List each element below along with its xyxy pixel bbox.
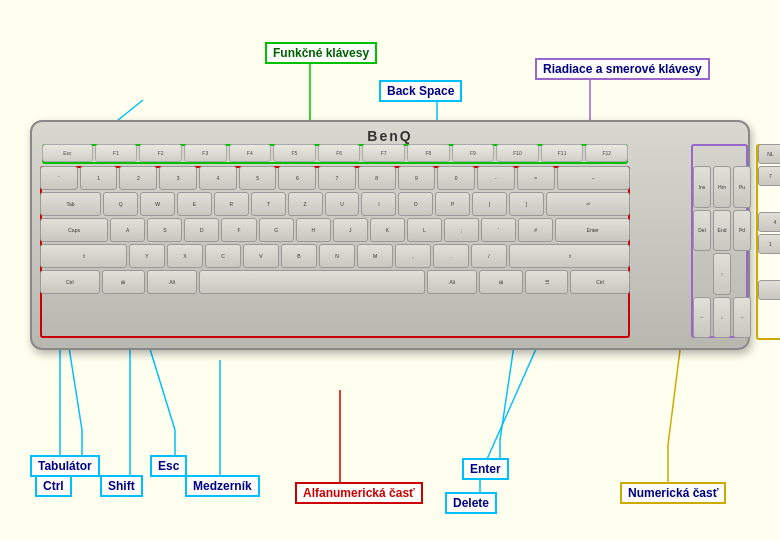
n-key[interactable]: N	[319, 244, 355, 268]
right-key[interactable]: →	[733, 297, 751, 339]
ralt-key[interactable]: Alt	[427, 270, 477, 294]
pgup-key[interactable]: Pu	[733, 166, 751, 208]
rshift-key[interactable]: ⇧	[509, 244, 630, 268]
label-shift: Shift	[100, 475, 143, 497]
1-key[interactable]: 1	[80, 166, 118, 190]
tab-key[interactable]: Tab	[40, 192, 101, 216]
f10-key[interactable]: F10	[496, 144, 539, 162]
j-key[interactable]: J	[333, 218, 368, 242]
lalt-key[interactable]: Alt	[147, 270, 197, 294]
9-key[interactable]: 9	[398, 166, 436, 190]
lctrl-key[interactable]: Ctrl	[40, 270, 100, 294]
f-key[interactable]: F	[221, 218, 256, 242]
e-key[interactable]: E	[177, 192, 212, 216]
x-key[interactable]: X	[167, 244, 203, 268]
f3-key[interactable]: F3	[184, 144, 227, 162]
z-key[interactable]: Z	[288, 192, 323, 216]
svg-line-17	[480, 340, 540, 475]
f1-key[interactable]: F1	[95, 144, 138, 162]
num0-key[interactable]: 0	[758, 280, 780, 300]
slash-key[interactable]: /	[471, 244, 507, 268]
d-key[interactable]: D	[184, 218, 219, 242]
brand-logo: BenQ	[367, 128, 412, 144]
2-key[interactable]: 2	[119, 166, 157, 190]
b-key[interactable]: B	[281, 244, 317, 268]
keyboard: BenQ Esc F1 F2 F3 F4 F5 F6 F7 F8 F9 F10 …	[30, 120, 750, 350]
q-key[interactable]: Q	[103, 192, 138, 216]
k-key[interactable]: K	[370, 218, 405, 242]
8-key[interactable]: 8	[358, 166, 396, 190]
v-key[interactable]: V	[243, 244, 279, 268]
enter-key[interactable]: Enter	[555, 218, 630, 242]
4-key[interactable]: 4	[199, 166, 237, 190]
y-key[interactable]: Y	[129, 244, 165, 268]
label-back-space: Back Space	[379, 80, 462, 102]
minus-key[interactable]: -	[477, 166, 515, 190]
s-key[interactable]: S	[147, 218, 182, 242]
menu-key[interactable]: ☰	[525, 270, 569, 294]
down-key[interactable]: ↓	[713, 297, 731, 339]
l-key[interactable]: L	[407, 218, 442, 242]
f9-key[interactable]: F9	[452, 144, 495, 162]
f4-key[interactable]: F4	[229, 144, 272, 162]
up-key[interactable]: ↑	[713, 253, 731, 295]
backtick-key[interactable]: `	[40, 166, 78, 190]
num7-key[interactable]: 7	[758, 166, 780, 186]
f8-key[interactable]: F8	[407, 144, 450, 162]
equals-key[interactable]: =	[517, 166, 555, 190]
period-key[interactable]: .	[433, 244, 469, 268]
w-key[interactable]: W	[140, 192, 175, 216]
pgdn-key[interactable]: Pd	[733, 210, 751, 252]
enter-key-top[interactable]: ⏎	[546, 192, 630, 216]
space-key[interactable]	[199, 270, 425, 294]
p-key[interactable]: P	[435, 192, 470, 216]
6-key[interactable]: 6	[278, 166, 316, 190]
c-key[interactable]: C	[205, 244, 241, 268]
f6-key[interactable]: F6	[318, 144, 361, 162]
svg-line-19	[668, 350, 680, 445]
ins-key[interactable]: Ins	[693, 166, 711, 208]
label-alfanumericka: Alfanumerická časť	[295, 482, 423, 504]
f12-key[interactable]: F12	[585, 144, 628, 162]
f7-key[interactable]: F7	[362, 144, 405, 162]
hash-key[interactable]: #	[518, 218, 553, 242]
comma-key[interactable]: ,	[395, 244, 431, 268]
rwin-key[interactable]: ⊞	[479, 270, 523, 294]
g-key[interactable]: G	[259, 218, 294, 242]
num1-key[interactable]: 1	[758, 234, 780, 254]
a-key[interactable]: A	[110, 218, 145, 242]
quote-key[interactable]: '	[481, 218, 516, 242]
r-key[interactable]: R	[214, 192, 249, 216]
backspace-key[interactable]: ←	[557, 166, 630, 190]
win-key[interactable]: ⊞	[102, 270, 146, 294]
numlock-key[interactable]: NL	[758, 144, 780, 164]
rbracket-key[interactable]: ]	[509, 192, 544, 216]
t-key[interactable]: T	[251, 192, 286, 216]
semicolon-key[interactable]: ;	[444, 218, 479, 242]
zxcv-row: ⇧ Y X C V B N M , . / ⇧	[40, 244, 630, 268]
i-key[interactable]: I	[361, 192, 396, 216]
esc-key[interactable]: Esc	[42, 144, 93, 162]
f11-key[interactable]: F11	[541, 144, 584, 162]
f2-key[interactable]: F2	[139, 144, 182, 162]
h-key[interactable]: H	[296, 218, 331, 242]
f5-key[interactable]: F5	[273, 144, 316, 162]
del-key[interactable]: Del	[693, 210, 711, 252]
capslock-key[interactable]: Caps	[40, 218, 108, 242]
num4-key[interactable]: 4	[758, 212, 780, 232]
5-key[interactable]: 5	[239, 166, 277, 190]
o-key[interactable]: O	[398, 192, 433, 216]
lbracket-key[interactable]: [	[472, 192, 507, 216]
label-funkne-klavesy: Funkčné klávesy	[265, 42, 377, 64]
left-key[interactable]: ←	[693, 297, 711, 339]
home-key[interactable]: Hm	[713, 166, 731, 208]
lshift-key[interactable]: ⇧	[40, 244, 127, 268]
7-key[interactable]: 7	[318, 166, 356, 190]
end-key[interactable]: End	[713, 210, 731, 252]
m-key[interactable]: M	[357, 244, 393, 268]
3-key[interactable]: 3	[159, 166, 197, 190]
0-key[interactable]: 0	[437, 166, 475, 190]
u-key[interactable]: U	[325, 192, 360, 216]
numpad: NL / * - 7 8 9 + 4 5 6 1 2 3 ⏎	[758, 144, 780, 340]
rctrl-key[interactable]: Ctrl	[570, 270, 630, 294]
